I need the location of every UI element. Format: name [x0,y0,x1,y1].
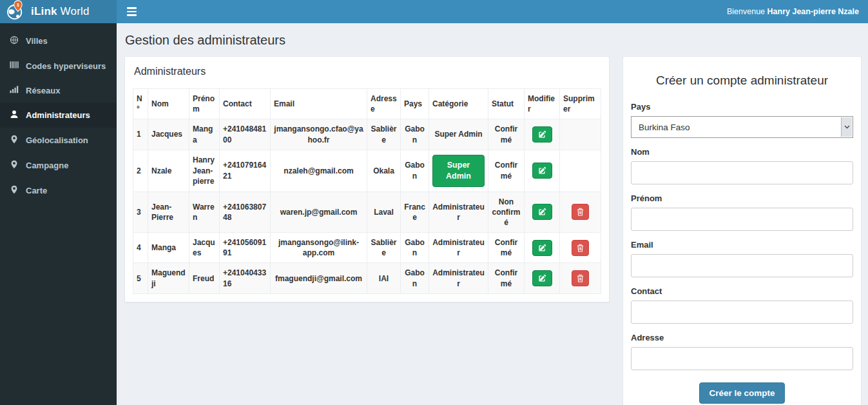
prenom-field[interactable] [631,208,853,231]
user-icon [10,110,19,121]
cell-contact: +24104043316 [220,263,271,293]
cell-email: fmaguendji@gmail.com [271,263,367,293]
create-admin-panel: Créer un compte administrateur Pays Burk… [622,56,862,405]
bar-chart-icon [10,85,19,95]
sidebar-toggle-icon[interactable] [126,5,138,18]
sidebar-item-reseaux[interactable]: Réseaux [0,78,117,103]
brand-logo[interactable]: $ iLink World [0,0,117,23]
edit-button[interactable] [532,204,552,220]
col-header-statut: Statut [488,89,525,119]
sidebar-item-codes-hyperviseurs[interactable]: Codes hyperviseurs [0,54,117,78]
top-header: $ iLink World Bienvenue Hanry Jean-pierr… [0,0,868,23]
edit-button[interactable] [532,126,552,143]
cell-nom: Jean-Pierre [148,192,189,233]
sidebar-item-label: Villes [26,36,48,46]
svg-text:$: $ [17,3,19,8]
page-title: Gestion des administrateurs [125,33,862,48]
cell-prenom: Jacques [189,233,220,263]
adresse-field[interactable] [631,347,853,370]
cell-categorie: Administrateur [429,192,488,233]
cell-email: jmangansongo.cfao@yahoo.fr [271,119,367,150]
welcome-user[interactable]: Bienvenue Hanry Jean-pierre Nzale [727,7,859,16]
table-row: 4 Manga Jacques +24105609191 jmangansong… [133,233,601,263]
cell-adresse: IAI [367,263,401,293]
edit-button[interactable] [532,270,552,286]
cell-categorie: Administrateur [429,263,488,293]
cell-numero: 3 [133,192,148,233]
cell-prenom: Freud [189,263,220,293]
sidebar-item-villes[interactable]: Villes [0,28,117,54]
delete-button[interactable] [572,270,589,286]
col-header-contact: Contact [220,89,271,119]
super-admin-badge-button[interactable]: Super Admin [432,155,485,187]
cell-numero: 4 [133,233,148,263]
delete-button[interactable] [572,240,589,256]
cell-statut: Confirmé [488,150,525,192]
delete-button[interactable] [572,204,589,220]
cell-pays: France [401,192,429,233]
cell-numero: 2 [133,150,148,192]
col-header-numero: N° [133,89,148,119]
cell-statut: Confirmé [488,263,525,293]
globe-icon [10,35,19,46]
table-header-row: N° Nom Prénom Contact Email Adresse Pays… [133,89,601,119]
sidebar-item-label: Géolocalisation [26,135,88,145]
cell-pays: Gabon [401,233,429,263]
email-field[interactable] [631,254,853,277]
col-header-email: Email [271,89,367,119]
map-marker-icon [10,185,19,196]
cell-nom: Manga [148,233,189,263]
cell-nom: Maguendji [148,263,189,293]
email-label: Email [631,240,853,250]
sidebar-item-label: Carte [26,186,47,195]
barcode-icon [10,61,19,71]
administrators-panel: Administrateurs N° Nom Prénom Contact Em… [124,56,610,302]
sidebar-item-campagne[interactable]: Campagne [0,153,117,178]
cell-numero: 5 [133,263,148,293]
cell-supprimer-empty [560,150,601,192]
pays-select[interactable]: Burkina Faso [631,116,853,138]
administrators-table: N° Nom Prénom Contact Email Adresse Pays… [133,88,601,294]
sidebar-item-label: Campagne [26,161,68,170]
main-content: Gestion des administrateurs Administrate… [117,23,868,405]
form-title: Créer un compte administrateur [631,74,853,88]
cell-adresse: Sablière [367,119,401,150]
col-header-prenom: Prénom [189,89,220,119]
cell-categorie: Administrateur [429,233,488,263]
cell-adresse: Sablière [367,233,401,263]
adresse-label: Adresse [631,333,853,342]
cell-nom: Jacques [148,119,189,150]
cell-prenom: Hanry Jean-pierre [189,150,220,192]
table-row: 3 Jean-Pierre Warren +24106380748 waren.… [133,192,601,233]
cell-contact: +24107916421 [220,150,271,192]
cell-nom: Nzale [148,150,189,192]
globe-pin-logo-icon: $ [5,0,25,23]
cell-prenom: Warren [189,192,220,233]
brand-name: iLink World [31,5,90,18]
cell-contact: +24104848100 [220,119,271,150]
col-header-categorie: Catégorie [429,89,488,119]
sidebar-item-geolocalisation[interactable]: Géolocalisation [0,128,117,153]
sidebar-item-label: Codes hyperviseurs [26,61,106,71]
cell-categorie: Super Admin [429,119,488,150]
cell-numero: 1 [133,119,148,150]
sidebar-item-label: Réseaux [26,86,60,95]
cell-email: waren.jp@gmail.com [271,192,367,233]
cell-statut: Confirmé [488,119,525,150]
nom-field[interactable] [631,161,853,184]
create-account-button[interactable]: Créer le compte [699,382,784,404]
edit-button[interactable] [532,163,552,179]
cell-adresse: Okala [367,150,401,192]
map-marker-icon [10,135,19,146]
contact-field[interactable] [631,301,853,324]
sidebar-item-administrateurs[interactable]: Administrateurs [0,103,117,128]
contact-label: Contact [631,286,853,296]
cell-pays: Gabon [401,150,429,192]
table-row: 1 Jacques Manga +24104848100 jmangansong… [133,119,601,150]
table-row: 2 Nzale Hanry Jean-pierre +24107916421 n… [133,150,601,192]
sidebar-item-carte[interactable]: Carte [0,178,117,203]
cell-email: jmangansongo@ilink-app.com [271,233,367,263]
col-header-pays: Pays [401,89,429,119]
edit-button[interactable] [532,240,552,256]
nom-label: Nom [631,147,853,157]
